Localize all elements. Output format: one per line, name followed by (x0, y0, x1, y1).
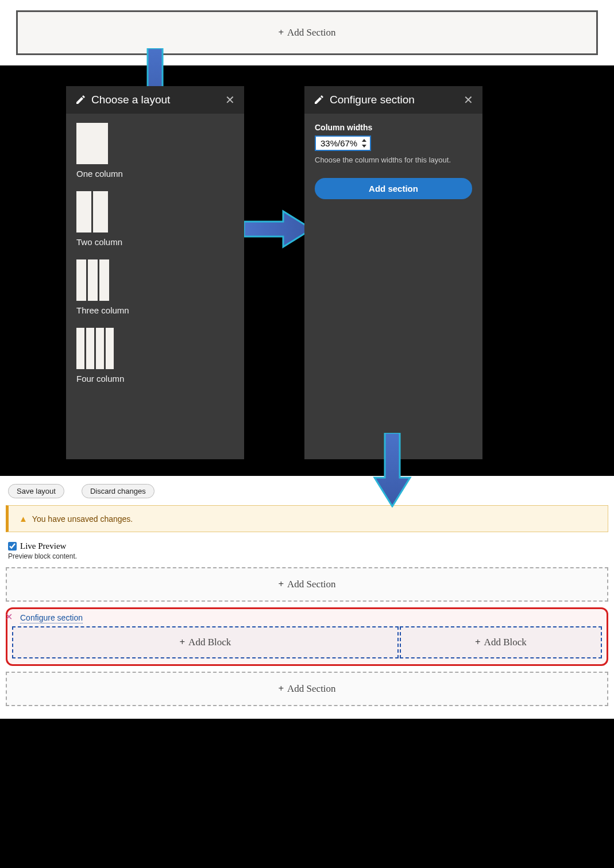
add-section-button-top[interactable]: +Add Section (19, 13, 595, 52)
configure-section-header: Configure section ✕ (304, 86, 482, 114)
warning-icon: ▲ (19, 514, 28, 524)
save-layout-button[interactable]: Save layout (8, 484, 64, 498)
add-section-slot-label: Add Section (287, 579, 336, 590)
configure-section-link-label: Configure section (20, 613, 83, 622)
choose-layout-title: Choose a layout (91, 94, 225, 106)
configure-section-title: Configure section (330, 94, 464, 106)
add-block-region-right[interactable]: +Add Block (400, 626, 602, 658)
column-widths-value: 33%/67% (320, 138, 357, 148)
add-section-label: Add Section (287, 27, 336, 38)
live-preview-description: Preview block content. (0, 552, 614, 565)
configure-section-link[interactable]: Configure section (20, 613, 83, 623)
top-add-section-area: +Add Section (0, 0, 614, 65)
layout-option-four-column[interactable]: Four column (76, 328, 234, 383)
pencil-icon (314, 95, 324, 105)
layout-option-label: One column (76, 169, 234, 179)
remove-section-icon[interactable]: ✕ (5, 611, 13, 622)
pencil-icon (75, 95, 86, 105)
action-button-row: Save layout Discard changes (0, 484, 614, 505)
layout-option-one-column[interactable]: One column (76, 123, 234, 179)
plus-icon: + (278, 683, 284, 695)
add-section-slot-label: Add Section (287, 683, 336, 694)
choose-layout-body: One column Two column Three column Four … (66, 114, 244, 405)
layout-option-label: Four column (76, 374, 234, 383)
layout-option-two-column[interactable]: Two column (76, 191, 234, 247)
plus-icon: + (475, 637, 481, 648)
add-section-frame: +Add Section (16, 10, 598, 55)
add-section-slot-bottom[interactable]: +Add Section (6, 672, 608, 706)
save-layout-label: Save layout (17, 487, 56, 495)
unsaved-changes-warning: ▲ You have unsaved changes. (6, 505, 608, 532)
add-section-submit-label: Add section (369, 184, 418, 193)
column-widths-label: Column widths (315, 123, 472, 132)
discard-changes-label: Discard changes (90, 487, 146, 495)
layout-option-label: Three column (76, 305, 234, 315)
configure-section-body: Column widths 33%/67% Choose the column … (304, 114, 482, 208)
close-icon[interactable]: ✕ (464, 93, 473, 107)
arrow-down-icon (372, 433, 412, 507)
arrow-right-icon (244, 209, 313, 249)
plus-icon: + (278, 579, 284, 590)
live-preview-label: Live Preview (20, 541, 66, 551)
discard-changes-button[interactable]: Discard changes (82, 484, 155, 498)
add-section-slot-top[interactable]: +Add Section (6, 567, 608, 602)
add-block-region-left[interactable]: +Add Block (12, 626, 399, 658)
choose-layout-header: Choose a layout ✕ (66, 86, 244, 114)
workflow-diagram-area: Choose a layout ✕ One column Two column … (0, 65, 614, 476)
configure-section-panel: Configure section ✕ Column widths 33%/67… (304, 86, 482, 459)
column-widths-select[interactable]: 33%/67% (315, 135, 371, 151)
section-columns: +Add Block +Add Block (12, 626, 602, 658)
live-preview-checkbox[interactable] (8, 542, 17, 551)
layout-option-label: Two column (76, 237, 234, 247)
close-icon[interactable]: ✕ (225, 93, 235, 107)
plus-icon: + (179, 637, 185, 648)
column-widths-hint: Choose the column widths for this layout… (315, 156, 472, 164)
active-section-highlight: ✕ Configure section +Add Block +Add Bloc… (6, 607, 608, 666)
live-preview-row: Live Preview (0, 541, 614, 552)
add-block-label: Add Block (188, 637, 231, 648)
add-block-label: Add Block (484, 637, 527, 648)
layout-option-three-column[interactable]: Three column (76, 259, 234, 315)
layout-editor-area: Save layout Discard changes ▲ You have u… (0, 476, 614, 719)
warning-text: You have unsaved changes. (32, 514, 133, 524)
add-section-submit-button[interactable]: Add section (315, 178, 472, 199)
plus-icon: + (278, 27, 284, 38)
choose-layout-panel: Choose a layout ✕ One column Two column … (66, 86, 244, 459)
